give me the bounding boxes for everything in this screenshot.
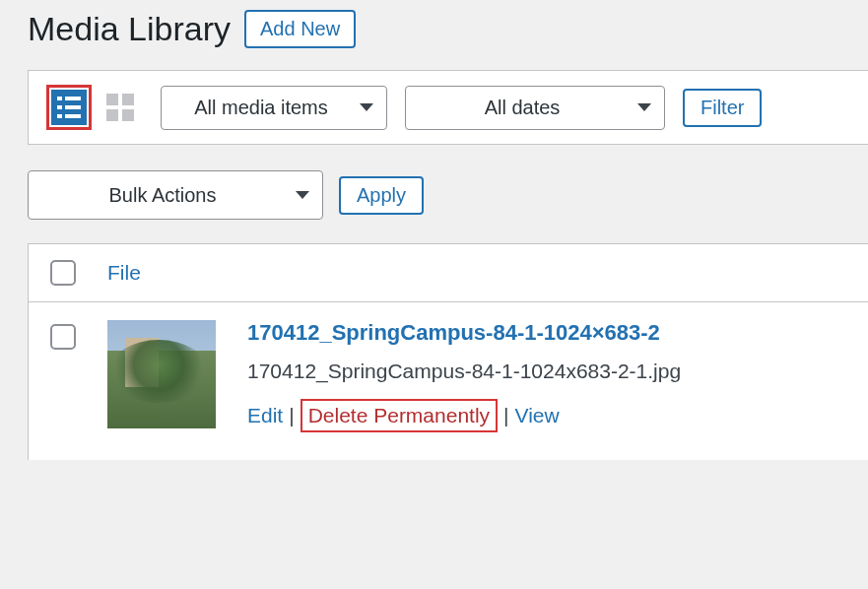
table-row: 170412_SpringCampus-84-1-1024×683-2 1704…: [29, 302, 868, 460]
bulk-actions-select[interactable]: Bulk Actions: [28, 170, 323, 220]
file-title-link[interactable]: 170412_SpringCampus-84-1-1024×683-2: [247, 320, 846, 346]
dates-select[interactable]: All dates: [405, 86, 665, 130]
file-info: 170412_SpringCampus-84-1-1024×683-2 1704…: [247, 320, 846, 432]
svg-rect-3: [57, 105, 62, 109]
file-name: 170412_SpringCampus-84-1-1024x683-2-1.jp…: [247, 360, 846, 383]
grid-icon: [102, 90, 138, 125]
svg-rect-8: [122, 94, 134, 105]
bulk-actions-row: Bulk Actions Apply: [28, 170, 868, 220]
svg-rect-7: [106, 94, 118, 105]
column-file[interactable]: File: [107, 261, 141, 285]
view-toggle: [46, 85, 143, 130]
svg-rect-4: [65, 105, 81, 109]
separator: |: [289, 404, 294, 427]
page-title: Media Library: [28, 10, 231, 48]
edit-link[interactable]: Edit: [247, 404, 283, 427]
row-checkbox[interactable]: [50, 324, 76, 350]
svg-rect-2: [65, 97, 81, 100]
grid-view-button[interactable]: [98, 85, 143, 130]
list-view-button[interactable]: [46, 85, 92, 130]
svg-rect-1: [57, 97, 62, 100]
select-all-checkbox[interactable]: [50, 260, 76, 286]
svg-rect-9: [106, 109, 118, 121]
add-new-button[interactable]: Add New: [244, 10, 356, 48]
filter-button[interactable]: Filter: [683, 89, 762, 127]
thumbnail[interactable]: [107, 320, 216, 428]
separator: |: [503, 404, 508, 427]
view-link[interactable]: View: [515, 404, 560, 427]
media-table: File 170412_SpringCampus-84-1-1024×683-2…: [28, 243, 868, 460]
row-actions: Edit | Delete Permanently | View: [247, 399, 846, 432]
media-type-select[interactable]: All media items: [161, 86, 387, 130]
apply-button[interactable]: Apply: [339, 176, 424, 215]
svg-rect-10: [122, 109, 134, 121]
svg-rect-5: [57, 114, 62, 118]
filter-bar: All media items All dates Filter: [28, 70, 868, 145]
delete-permanently-link[interactable]: Delete Permanently: [300, 399, 498, 432]
svg-rect-6: [65, 114, 81, 118]
page-header: Media Library Add New: [28, 10, 868, 48]
list-icon: [51, 90, 87, 125]
table-header: File: [29, 244, 868, 302]
